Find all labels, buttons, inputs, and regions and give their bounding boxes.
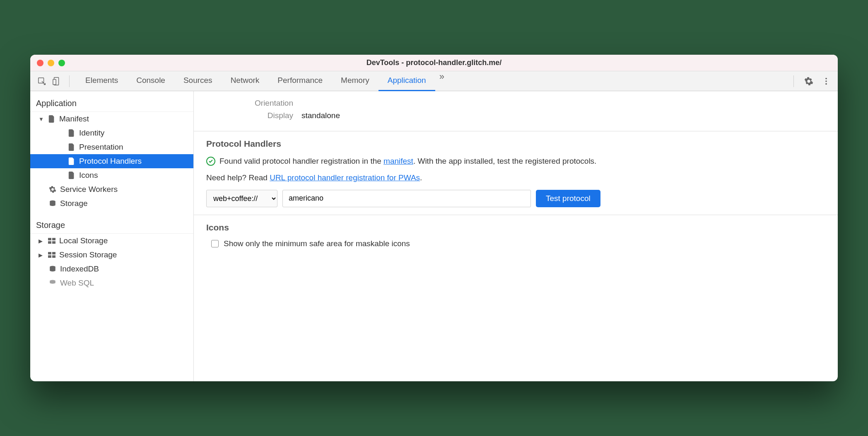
separator [793, 75, 794, 87]
protocol-handlers-section: Protocol Handlers Found valid protocol h… [194, 131, 838, 215]
file-icon [68, 129, 76, 137]
sidebar-item-label: Session Storage [59, 250, 117, 259]
svg-rect-7 [48, 238, 51, 240]
window-title: DevTools - protocol-handler.glitch.me/ [30, 58, 838, 67]
sidebar-item-manifest[interactable]: ▼ Manifest [30, 112, 193, 126]
manifest-link[interactable]: manifest [383, 157, 413, 165]
database-icon [48, 199, 57, 208]
status-text-pre: Found valid protocol handler registratio… [219, 157, 383, 165]
sidebar-item-service-workers[interactable]: Service Workers [30, 182, 193, 196]
display-value: standalone [301, 111, 340, 120]
svg-rect-9 [48, 241, 51, 244]
database-icon [48, 265, 57, 273]
sidebar-group-application: Application [30, 95, 193, 112]
sidebar-item-label: Storage [60, 199, 88, 208]
icons-section: Icons Show only the minimum safe area fo… [194, 215, 838, 256]
svg-point-5 [825, 83, 827, 85]
inspect-icon[interactable] [36, 75, 48, 87]
tab-sources[interactable]: Sources [174, 71, 222, 91]
svg-rect-13 [48, 255, 51, 258]
checkbox-icon[interactable] [211, 240, 219, 247]
sidebar-item-local-storage[interactable]: ▶ Local Storage [30, 234, 193, 248]
checkbox-label: Show only the minimum safe area for mask… [224, 239, 410, 248]
sidebar-item-label: IndexedDB [60, 264, 99, 274]
svg-rect-14 [52, 255, 55, 258]
test-protocol-button[interactable]: Test protocol [536, 190, 600, 207]
svg-rect-8 [52, 238, 55, 240]
titlebar: DevTools - protocol-handler.glitch.me/ [30, 55, 838, 71]
check-circle-icon [206, 157, 215, 166]
sidebar-item-label: Manifest [59, 114, 89, 124]
tab-console[interactable]: Console [127, 71, 174, 91]
sidebar-item-label: Protocol Handlers [79, 157, 142, 166]
help-message: Need help? Read URL protocol handler reg… [206, 173, 825, 182]
sidebar-item-label: Local Storage [59, 236, 108, 245]
section-title-protocol-handlers: Protocol Handlers [206, 139, 825, 149]
toolbar: Elements Console Sources Network Perform… [30, 71, 838, 91]
content-area: Application ▼ Manifest Identity Presenta… [30, 91, 838, 381]
sidebar-item-icons[interactable]: Icons [30, 168, 193, 182]
sidebar-item-session-storage[interactable]: ▶ Session Storage [30, 248, 193, 262]
svg-rect-11 [48, 252, 51, 254]
svg-point-4 [825, 80, 827, 82]
devtools-window: DevTools - protocol-handler.glitch.me/ E… [30, 55, 838, 381]
tab-performance[interactable]: Performance [268, 71, 332, 91]
file-icon [48, 115, 56, 123]
sidebar-item-indexeddb[interactable]: IndexedDB [30, 262, 193, 276]
gear-icon[interactable] [803, 75, 815, 87]
help-text-pre: Need help? Read [206, 173, 270, 182]
sidebar-item-label: Service Workers [60, 185, 118, 194]
main-panel: Orientation Display standalone Protocol … [194, 91, 838, 381]
sidebar-item-label: Icons [79, 171, 98, 180]
sidebar-item-label: Identity [79, 128, 104, 138]
sidebar-group-storage: Storage [30, 217, 193, 234]
file-icon [68, 157, 76, 165]
chevron-right-icon: ▶ [39, 252, 44, 258]
grid-icon [48, 251, 56, 259]
protocol-input[interactable] [282, 190, 531, 207]
tab-application[interactable]: Application [379, 71, 435, 91]
file-icon [68, 171, 76, 179]
svg-rect-10 [52, 241, 55, 244]
separator [69, 75, 70, 87]
sidebar: Application ▼ Manifest Identity Presenta… [30, 91, 194, 381]
orientation-label: Orientation [206, 99, 293, 108]
manifest-display-section: Orientation Display standalone [194, 91, 838, 131]
sidebar-item-web-sql[interactable]: Web SQL [30, 276, 193, 290]
help-link[interactable]: URL protocol handler registration for PW… [270, 173, 420, 182]
sidebar-item-label: Web SQL [60, 279, 94, 288]
protocol-select[interactable]: web+coffee:// [206, 190, 277, 207]
chevron-down-icon: ▼ [39, 116, 44, 122]
maskable-checkbox-row[interactable]: Show only the minimum safe area for mask… [206, 239, 825, 248]
kebab-menu-icon[interactable] [820, 75, 832, 87]
help-text-post: . [420, 173, 422, 182]
tab-list: Elements Console Sources Network Perform… [76, 71, 787, 91]
sidebar-item-presentation[interactable]: Presentation [30, 140, 193, 154]
sidebar-item-storage[interactable]: Storage [30, 196, 193, 211]
file-icon [68, 143, 76, 151]
status-message: Found valid protocol handler registratio… [206, 155, 825, 167]
tab-network[interactable]: Network [222, 71, 269, 91]
chevron-right-icon: ▶ [39, 238, 44, 244]
overflow-tabs-button[interactable]: » [435, 71, 448, 91]
database-icon [48, 279, 57, 287]
display-label: Display [206, 111, 293, 120]
grid-icon [48, 237, 56, 245]
sidebar-item-identity[interactable]: Identity [30, 126, 193, 140]
svg-rect-2 [53, 79, 56, 85]
protocol-test-row: web+coffee:// Test protocol [206, 190, 825, 207]
sidebar-item-label: Presentation [79, 143, 123, 152]
tab-elements[interactable]: Elements [76, 71, 127, 91]
status-text-post: . With the app installed, test the regis… [413, 157, 597, 165]
gear-icon [48, 185, 57, 194]
tab-memory[interactable]: Memory [332, 71, 379, 91]
sidebar-item-protocol-handlers[interactable]: Protocol Handlers [30, 154, 193, 168]
svg-rect-12 [52, 252, 55, 254]
svg-point-3 [825, 78, 827, 79]
device-toggle-icon[interactable] [51, 75, 63, 87]
section-title-icons: Icons [206, 223, 825, 233]
